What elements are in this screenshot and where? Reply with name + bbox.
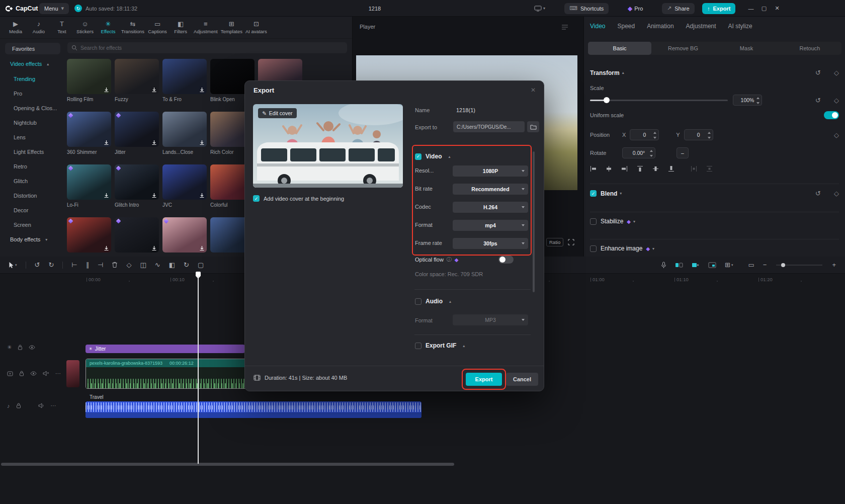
ribbon-tab[interactable]: ▶ Media [4,21,27,34]
hide-track-icon[interactable] [29,345,35,350]
share-button[interactable]: ↗ Share [662,3,695,14]
reset-icon[interactable]: ↺ [815,97,821,104]
audio-section-checkbox[interactable] [415,298,421,305]
crop-icon[interactable]: ▢ [198,261,204,269]
download-icon[interactable] [151,87,157,93]
download-icon[interactable] [199,87,205,93]
sidebar-item[interactable]: Light Effects [0,144,65,159]
enhance-image-header[interactable]: Enhance image ◆ ▾ [590,245,839,252]
zoom-out-icon[interactable]: − [763,261,767,269]
rotate-icon[interactable]: ↻ [184,261,189,269]
blend-header[interactable]: ✓ Blend ▾ ↺ ◇ [590,190,839,197]
pip-track-icon[interactable] [708,262,716,268]
stepper-icon[interactable] [649,149,653,157]
playhead[interactable] [196,272,201,464]
effect-item[interactable]: To & Fro [162,59,207,102]
more-icon[interactable]: ⋯ [51,402,56,409]
stabilize-checkbox[interactable] [590,218,597,225]
lock-icon[interactable] [18,345,23,350]
keyframe-icon[interactable]: ◇ [834,190,839,197]
download-icon[interactable] [104,193,109,198]
video-section-checkbox[interactable]: ✓ [415,153,421,160]
effect-item[interactable] [67,217,111,255]
sidebar-item[interactable]: Screen [0,217,65,232]
effect-item[interactable]: Jitter [115,112,159,155]
gif-section-checkbox[interactable] [415,343,421,349]
stepper-icon[interactable] [756,97,760,105]
setting-dropdown[interactable]: 30fps [453,238,528,249]
stepper-icon[interactable] [653,131,657,139]
ribbon-tab[interactable]: ⊡ AI avatars [244,21,269,34]
timeline-horizontal-scrollbar[interactable] [1,463,454,466]
add-track-icon[interactable] [692,262,700,268]
align-center-horizontal-icon[interactable] [606,165,612,172]
effect-item[interactable] [115,217,159,255]
rotate-value-box[interactable]: 0.00° [622,147,655,158]
download-icon[interactable] [151,140,157,145]
close-button[interactable]: ✕ [771,5,784,12]
preview-frame-icon[interactable]: ▭ [748,261,754,269]
cover-preview[interactable]: ✎ Edit cover [253,104,403,188]
ribbon-tab[interactable]: ≡ Adjustment [192,21,219,34]
zoom-in-icon[interactable]: + [832,261,836,269]
speaker-icon[interactable] [38,403,45,408]
effect-item[interactable]: 360 Shimmer [67,112,111,155]
select-tool-icon[interactable]: ▾ [9,262,17,268]
audio-section-header[interactable]: Audio ▴ [415,298,451,305]
setting-dropdown[interactable]: 1080P [453,165,528,177]
keyframe-icon[interactable]: ◇ [834,97,839,104]
fullscreen-icon[interactable] [568,239,574,245]
edit-cover-button[interactable]: ✎ Edit cover [258,108,297,118]
inspector-tab[interactable]: Adjustment [686,23,716,30]
ratio-button[interactable]: Ratio [546,238,563,246]
split-view-icon[interactable] [675,262,683,268]
rotate-90-button[interactable]: – [677,147,689,158]
sidebar-item[interactable]: Glitch [0,174,65,188]
setting-dropdown[interactable]: H.264 [453,202,528,213]
stabilize-header[interactable]: Stabilize ◆ ▾ [590,218,839,225]
slider-knob[interactable] [604,97,610,103]
download-icon[interactable] [104,245,109,251]
delete-icon[interactable] [112,262,118,268]
inspector-tab[interactable]: Video [590,23,605,30]
overlay-icon[interactable]: ◫ [140,261,146,269]
monitor-icon[interactable] [534,6,542,12]
sidebar-item[interactable]: Nightclub [0,115,65,130]
inspector-subtab[interactable]: Mask [715,42,778,55]
keyframe-icon[interactable]: ◇ [834,69,839,76]
dialog-scrollbar[interactable] [533,151,535,292]
reset-icon[interactable]: ↺ [815,69,821,76]
audio-format-dropdown[interactable]: MP3 [453,314,528,325]
inspector-tab[interactable]: Animation [647,23,673,30]
player-menu-icon[interactable] [561,25,568,30]
lock-icon[interactable] [19,371,24,376]
distribute-vertical-icon[interactable] [706,165,713,172]
browse-folder-button[interactable] [527,121,539,132]
effect-item[interactable]: Rolling Film [67,59,111,102]
minimize-button[interactable]: — [744,6,757,12]
clip-options-icon[interactable]: ⊞ ▾ [725,261,733,269]
undo-icon[interactable]: ↺ [35,261,40,269]
stepper-icon[interactable] [707,131,711,139]
inspector-subtab[interactable]: Remove BG [651,42,715,55]
ribbon-tab[interactable]: ⊞ Templates [219,21,244,34]
ribbon-tab[interactable]: T Text [50,21,73,34]
menu-button[interactable]: Menu ▾ [39,3,69,14]
speed-curve-icon[interactable]: ∿ [155,261,160,269]
export-button-top[interactable]: ↑ Export [702,3,735,14]
effect-clip[interactable]: ✳ Jitter [86,345,245,353]
maximize-button[interactable]: ▢ [757,5,771,12]
sidebar-group-body-effects[interactable]: Body effects ▾ [0,232,65,247]
download-icon[interactable] [151,245,157,251]
inspector-subtab[interactable]: Basic [588,42,651,55]
align-bottom-icon[interactable] [668,165,674,172]
download-icon[interactable] [199,140,205,145]
sidebar-item[interactable]: Opening & Clos... [0,101,65,115]
uniform-scale-toggle[interactable] [824,111,839,119]
optical-flow-toggle[interactable] [498,256,514,264]
ribbon-tab[interactable]: ▭ Captions [146,21,169,34]
position-x-box[interactable]: 0 [630,129,659,140]
ribbon-tab[interactable]: ✳ Effects [97,21,120,34]
align-middle-vertical-icon[interactable] [652,165,659,172]
keyframe-icon[interactable]: ◇ [834,131,839,139]
